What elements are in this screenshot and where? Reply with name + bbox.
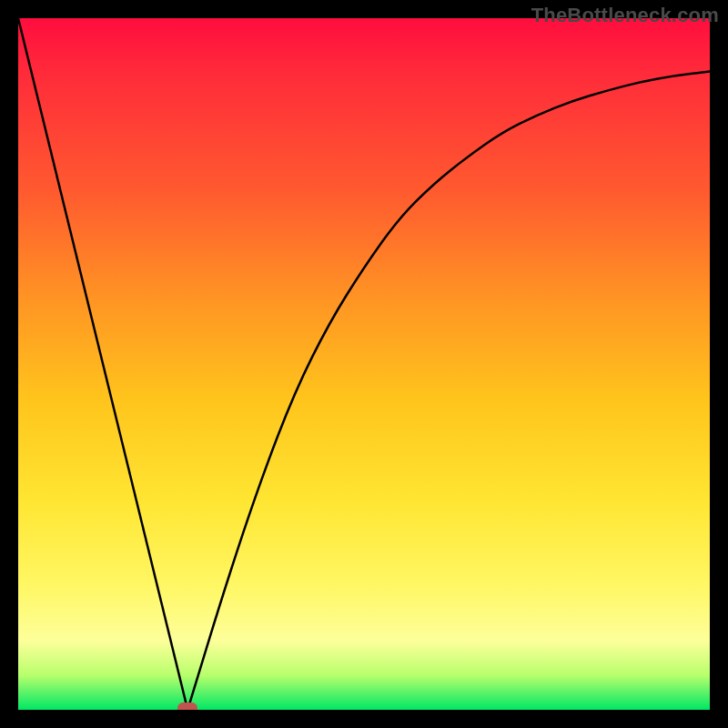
dip-marker — [177, 703, 197, 710]
plot-area — [18, 18, 710, 710]
curve-layer — [18, 18, 710, 710]
left-falling-line — [18, 18, 187, 710]
watermark-text: TheBottleneck.com — [531, 4, 719, 27]
right-rising-curve — [187, 72, 710, 710]
chart-frame: TheBottleneck.com — [0, 0, 728, 728]
